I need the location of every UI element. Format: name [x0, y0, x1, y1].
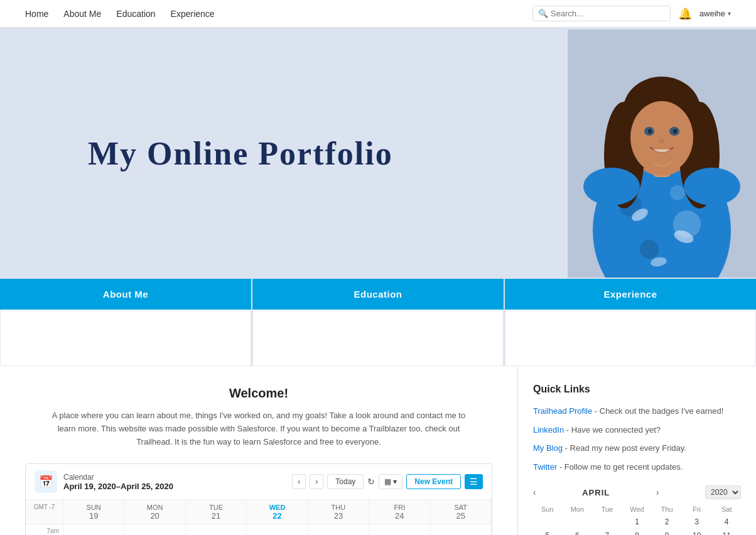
nav-home[interactable]: Home: [25, 6, 48, 21]
calendar-date-range: April 19, 2020–April 25, 2020: [63, 482, 286, 491]
calendar-prev-button[interactable]: ‹: [292, 474, 306, 489]
time-label-7am: 7am: [26, 525, 63, 535]
calendar-title-group: Calendar April 19, 2020–April 25, 2020: [63, 473, 286, 491]
mini-cal-header: ‹ APRIL › 2020: [533, 485, 741, 499]
welcome-text: A place where you can learn about me, th…: [45, 409, 472, 448]
mini-cal-prev-button[interactable]: ‹: [533, 487, 536, 497]
mini-cal-day[interactable]: 8: [623, 529, 652, 535]
experience-button[interactable]: Experience: [505, 279, 756, 310]
about-me-button[interactable]: About Me: [0, 279, 251, 310]
grid-icon: ▦: [384, 477, 391, 486]
nav-about-me[interactable]: About Me: [63, 6, 101, 21]
cal-cell-wed-7am[interactable]: [247, 525, 308, 535]
mini-cal-dow: Thu: [652, 504, 681, 514]
mini-cal-dow: Mon: [563, 504, 592, 514]
blog-link[interactable]: My Blog: [533, 443, 563, 453]
education-button[interactable]: Education: [252, 279, 504, 310]
nav-experience[interactable]: Experience: [171, 6, 215, 21]
new-event-button[interactable]: New Event: [406, 474, 461, 489]
svg-point-4: [640, 240, 659, 259]
cal-cell-thu-7am[interactable]: [308, 525, 369, 535]
nav-links: Home About Me Education Experience: [25, 6, 532, 21]
quick-link-linkedin: LinkedIn - Have we connected yet?: [533, 424, 741, 436]
mini-cal-day[interactable]: 11: [712, 529, 741, 535]
mini-cal-day[interactable]: 7: [593, 529, 622, 535]
hero-person-svg: [568, 30, 756, 278]
notification-bell-icon[interactable]: 🔔: [678, 7, 692, 21]
linkedin-link[interactable]: LinkedIn: [533, 425, 564, 435]
search-box[interactable]: 🔍: [532, 6, 671, 21]
svg-point-17: [648, 129, 652, 133]
trailhead-separator: -: [592, 406, 600, 416]
mini-cal-year-select[interactable]: 2020: [705, 485, 741, 499]
chevron-down-icon: ▾: [393, 477, 397, 486]
blog-desc: Read my new post every Friday.: [570, 443, 686, 453]
mini-cal-dow: Tue: [593, 504, 622, 514]
day-name: SAT: [454, 504, 467, 511]
calendar-grid: GMT -7 SUN 19 MON 20 TUE 21 WED: [26, 500, 492, 535]
calendar-next-button[interactable]: ›: [310, 474, 323, 489]
day-num: 25: [433, 511, 489, 521]
cal-cell-fri-7am[interactable]: [369, 525, 430, 535]
day-name: MON: [147, 504, 163, 511]
hero-text: My Online Portfolio: [0, 97, 568, 210]
mini-cal-day[interactable]: 9: [652, 529, 681, 535]
calendar-label: Calendar: [63, 473, 286, 482]
mini-cal-dow: Wed: [623, 504, 652, 514]
calendar-time-row-7am: 7am: [26, 525, 492, 535]
twitter-link[interactable]: Twitter: [533, 462, 557, 472]
mini-cal-day[interactable]: 10: [683, 529, 711, 535]
cal-day-sun: SUN 19: [63, 500, 124, 524]
cal-day-sat: SAT 25: [431, 500, 492, 524]
mini-cal-month: APRIL: [582, 488, 610, 497]
hero-title: My Online Portfolio: [88, 135, 530, 172]
section-buttons: About Me Education Experience: [0, 279, 756, 366]
mini-cal-day[interactable]: 6: [563, 529, 592, 535]
main-content: Welcome! A place where you can learn abo…: [0, 366, 517, 535]
calendar-header: 📅 Calendar April 19, 2020–April 25, 2020…: [26, 464, 492, 500]
calendar-list-button[interactable]: ☰: [465, 474, 483, 489]
cal-cell-tue-7am[interactable]: [186, 525, 247, 535]
hero-section: My Online Portfolio: [0, 28, 756, 279]
calendar-view-button[interactable]: ▦ ▾: [379, 474, 402, 489]
cal-day-thu: THU 23: [308, 500, 369, 524]
mini-cal-next-button[interactable]: ›: [656, 487, 659, 497]
blog-separator: -: [563, 443, 570, 453]
cal-cell-sat-7am[interactable]: [431, 525, 492, 535]
day-num: 19: [66, 511, 121, 521]
calendar-today-button[interactable]: Today: [327, 474, 364, 489]
user-menu[interactable]: aweihe ▾: [699, 9, 731, 18]
education-section: Education: [252, 279, 504, 366]
mini-cal-day[interactable]: 1: [623, 516, 652, 528]
day-name: THU: [332, 504, 346, 511]
mini-cal-day[interactable]: 3: [683, 516, 711, 528]
main-area: Welcome! A place where you can learn abo…: [0, 366, 756, 535]
twitter-separator: -: [557, 462, 564, 472]
mini-calendar: ‹ APRIL › 2020 SunMonTueWedThuFriSat1234…: [533, 485, 741, 535]
quick-links-title: Quick Links: [533, 384, 741, 395]
svg-point-21: [684, 168, 740, 205]
mini-cal-day[interactable]: 5: [533, 529, 562, 535]
quick-link-blog: My Blog - Read my new post every Friday.: [533, 442, 741, 455]
nav-education[interactable]: Education: [116, 6, 155, 21]
mini-cal-grid: SunMonTueWedThuFriSat1234567891011121314…: [533, 504, 741, 535]
mini-cal-dow: Sat: [712, 504, 741, 514]
navigation: Home About Me Education Experience 🔍 🔔 a…: [0, 0, 756, 28]
mini-cal-day[interactable]: 2: [652, 516, 681, 528]
mini-cal-dow: Sun: [533, 504, 562, 514]
cal-cell-mon-7am[interactable]: [124, 525, 185, 535]
hero-image: [568, 30, 756, 278]
day-num: 24: [372, 511, 427, 521]
mini-cal-day[interactable]: 4: [712, 516, 741, 528]
mini-cal-dow: Fri: [683, 504, 711, 514]
trailhead-link[interactable]: Trailhead Profile: [533, 406, 592, 416]
cal-cell-sun-7am[interactable]: [63, 525, 124, 535]
calendar-refresh-icon[interactable]: ↻: [367, 477, 375, 487]
day-name: TUE: [209, 504, 223, 511]
welcome-title: Welcome!: [25, 386, 492, 401]
day-name: WED: [269, 504, 286, 511]
linkedin-separator: -: [564, 425, 571, 435]
search-input[interactable]: [551, 9, 665, 18]
quick-link-twitter: Twitter - Follow me to get recent update…: [533, 461, 741, 473]
linkedin-desc: Have we connected yet?: [571, 425, 661, 435]
